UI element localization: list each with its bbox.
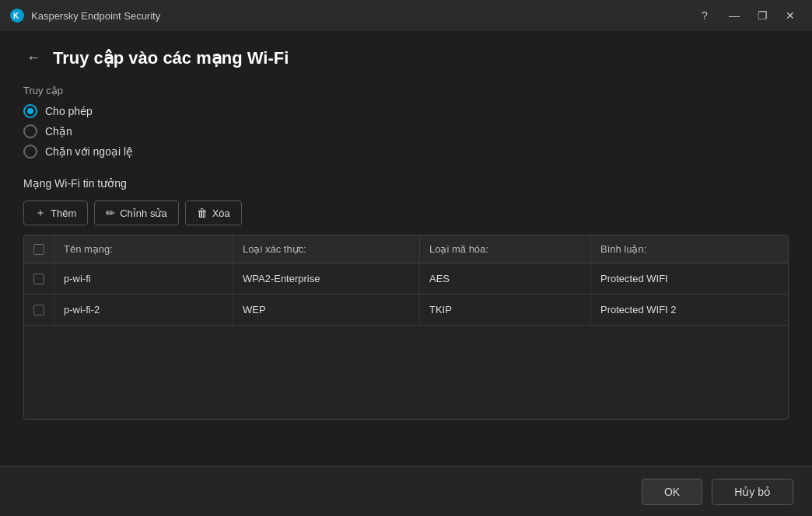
radio-allow-label: Cho phép [45, 105, 93, 117]
row1-checkbox[interactable] [33, 274, 44, 284]
radio-circle-block [23, 124, 37, 138]
svg-text:K: K [13, 12, 19, 20]
back-button[interactable]: ← [23, 47, 44, 69]
row1-name: p-wi-fi [54, 263, 233, 294]
wifi-table: Tên mạng: Loại xác thực: Loại mã hóa: Bì… [23, 235, 789, 420]
table-empty-area [24, 326, 788, 419]
ok-button[interactable]: OK [642, 479, 702, 505]
app-title: Kaspersky Endpoint Security [31, 10, 694, 22]
restore-button[interactable]: ❐ [750, 5, 775, 26]
delete-icon: 🗑 [197, 207, 208, 219]
add-label: Thêm [51, 207, 76, 219]
help-button[interactable]: ? [694, 5, 716, 26]
footer: OK Hủy bỏ [0, 466, 812, 516]
access-label: Truy cập [23, 85, 789, 96]
header-checkbox-cell [24, 235, 54, 263]
titlebar: K Kaspersky Endpoint Security ? — ❐ ✕ [0, 0, 812, 31]
radio-block-except[interactable]: Chặn với ngoại lệ [23, 145, 789, 159]
window-controls: — ❐ ✕ [722, 5, 803, 26]
edit-label: Chỉnh sửa [120, 207, 166, 219]
close-button[interactable]: ✕ [778, 5, 803, 26]
col-encryption: Loại mã hóa: [419, 235, 590, 263]
row2-auth: WEP [233, 295, 419, 325]
radio-block[interactable]: Chặn [23, 124, 789, 138]
add-icon: ＋ [35, 206, 46, 220]
edit-icon: ✏ [106, 207, 115, 219]
trusted-section-label: Mạng Wi-Fi tin tưởng [23, 177, 789, 190]
row2-name: p-wi-fi-2 [54, 295, 233, 325]
main-content: ← Truy cập vào các mạng Wi-Fi Truy cập C… [0, 31, 812, 435]
col-comment: Bình luận: [590, 235, 788, 263]
toolbar: ＋ Thêm ✏ Chỉnh sửa 🗑 Xóa [23, 200, 789, 225]
col-auth: Loại xác thực: [233, 235, 419, 263]
row1-checkbox-cell [24, 263, 54, 294]
row1-encryption: AES [419, 263, 590, 294]
row2-checkbox-cell [24, 295, 54, 325]
table-row[interactable]: p-wi-fi WPA2-Enterprise AES Protected WI… [24, 263, 788, 295]
page-title: Truy cập vào các mạng Wi-Fi [53, 48, 289, 68]
radio-circle-block-except [23, 145, 37, 159]
radio-inner-allow [27, 108, 33, 114]
table-row[interactable]: p-wi-fi-2 WEP TKIP Protected WIFI 2 [24, 295, 788, 326]
access-radio-group: Cho phép Chặn Chặn với ngoại lệ [23, 104, 789, 159]
page-header: ← Truy cập vào các mạng Wi-Fi [23, 47, 789, 69]
cancel-button[interactable]: Hủy bỏ [712, 479, 793, 505]
minimize-button[interactable]: — [722, 5, 747, 26]
row1-comment: Protected WIFI [590, 263, 788, 294]
delete-button[interactable]: 🗑 Xóa [185, 200, 242, 225]
radio-block-except-label: Chặn với ngoại lệ [45, 145, 133, 158]
row2-encryption: TKIP [419, 295, 590, 325]
col-name: Tên mạng: [54, 235, 233, 263]
header-checkbox[interactable] [33, 244, 44, 255]
radio-circle-allow [23, 104, 37, 118]
table-header: Tên mạng: Loại xác thực: Loại mã hóa: Bì… [24, 235, 788, 263]
app-logo: K [9, 8, 25, 23]
row2-checkbox[interactable] [33, 305, 44, 316]
delete-label: Xóa [212, 207, 230, 219]
add-button[interactable]: ＋ Thêm [23, 200, 88, 225]
row1-auth: WPA2-Enterprise [233, 263, 419, 294]
row2-comment: Protected WIFI 2 [590, 295, 788, 325]
radio-block-label: Chặn [45, 125, 72, 138]
radio-allow[interactable]: Cho phép [23, 104, 789, 118]
edit-button[interactable]: ✏ Chỉnh sửa [94, 200, 178, 225]
